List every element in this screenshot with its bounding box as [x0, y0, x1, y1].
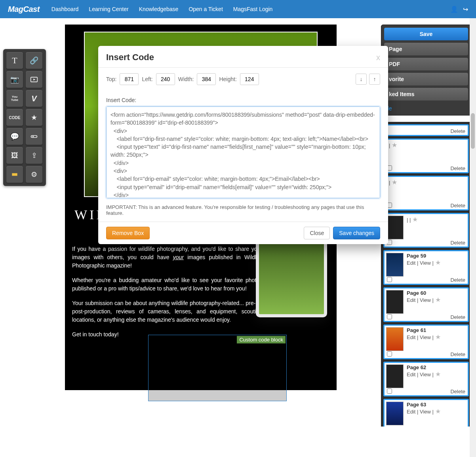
- star-icon[interactable]: ★: [435, 408, 441, 415]
- youtube-tool[interactable]: YouTube: [6, 90, 23, 107]
- page-card[interactable]: Page 63Edit | View | ★: [383, 399, 469, 427]
- video-tool[interactable]: [26, 71, 42, 88]
- left-input[interactable]: [156, 73, 175, 85]
- insert-code-modal: Insert Code x Top: Left: Width: Height: …: [98, 46, 388, 244]
- page-card[interactable]: Page 61Edit | View | ★Delete: [383, 324, 469, 359]
- page-scrollbar[interactable]: [470, 18, 476, 457]
- body-paragraph-3: Your submission can be about anything wi…: [72, 299, 262, 324]
- settings-tool[interactable]: ⚙: [26, 166, 42, 183]
- code-note: IMPORTANT: This is an advanced feature. …: [106, 204, 380, 216]
- remove-box-button[interactable]: Remove Box: [106, 227, 150, 239]
- page-title: Page 62: [407, 364, 466, 370]
- image-tool[interactable]: 📷: [6, 71, 23, 88]
- page-delete[interactable]: Delete: [450, 277, 465, 283]
- height-input[interactable]: [240, 73, 259, 85]
- vimeo-tool[interactable]: V: [26, 90, 42, 107]
- page-title: Page 60: [407, 290, 466, 296]
- left-label: Left:: [142, 76, 152, 82]
- page-checkbox[interactable]: [387, 314, 392, 319]
- page-edit[interactable]: Edit: [407, 409, 415, 415]
- page-delete[interactable]: Delete: [450, 203, 465, 209]
- scroll-thumb[interactable]: [471, 113, 475, 149]
- page-card[interactable]: Page 62Edit | View | ★Delete: [383, 362, 469, 396]
- custom-code-block[interactable]: Custom code block: [148, 335, 287, 401]
- page-delete[interactable]: Delete: [450, 240, 465, 246]
- user-icon[interactable]: 👤: [450, 6, 458, 13]
- star-icon[interactable]: ★: [392, 142, 397, 148]
- width-label: Width:: [178, 76, 194, 82]
- page-edit[interactable]: Edit: [407, 372, 415, 377]
- nav-magsfast-login[interactable]: MagsFast Login: [233, 6, 273, 12]
- page-delete[interactable]: Delete: [450, 389, 465, 394]
- page-delete[interactable]: Delete: [450, 165, 465, 171]
- page-card[interactable]: Delete: [383, 124, 469, 136]
- svg-point-2: [32, 136, 34, 137]
- page-view[interactable]: View: [420, 297, 431, 303]
- favorite-button[interactable]: vorite: [384, 73, 468, 85]
- modal-title: Insert Code: [106, 52, 154, 63]
- page-checkbox[interactable]: [387, 277, 392, 282]
- top-input[interactable]: [120, 73, 139, 85]
- page-card[interactable]: | | ★Delete: [383, 138, 469, 173]
- right-panel: Save Page PDF vorite ked Items de: [381, 25, 471, 116]
- send-back-button[interactable]: ↓: [356, 74, 367, 85]
- star-icon[interactable]: ★: [435, 296, 441, 303]
- nav-knowledgebase[interactable]: Knowledgebase: [139, 6, 179, 12]
- highlight-tool[interactable]: [6, 166, 23, 183]
- close-button[interactable]: Close: [304, 227, 330, 239]
- page-card[interactable]: | | ★Delete: [383, 213, 469, 248]
- page-edit[interactable]: Edit: [407, 334, 415, 340]
- page-thumbnail: [386, 290, 404, 314]
- pages-list[interactable]: Delete | | ★Delete | | ★Delete | | ★Dele…: [381, 122, 471, 427]
- nav-dashboard[interactable]: Dashboard: [51, 6, 79, 12]
- page-card[interactable]: Page 59Edit | View | ★Delete: [383, 250, 469, 285]
- star-icon[interactable]: ★: [392, 179, 397, 186]
- nav-learning-center[interactable]: Learning Center: [89, 6, 128, 12]
- export-tool[interactable]: ⇪: [26, 147, 42, 164]
- page-button[interactable]: Page: [384, 43, 468, 55]
- page-view[interactable]: View: [420, 260, 431, 266]
- page-delete[interactable]: Delete: [450, 128, 465, 134]
- modal-close-icon[interactable]: x: [376, 53, 380, 62]
- page-thumbnail: [386, 327, 404, 351]
- save-button[interactable]: Save: [384, 28, 468, 40]
- insert-code-label: Insert Code:: [106, 97, 380, 103]
- bring-front-button[interactable]: ↑: [369, 74, 380, 85]
- pdf-button[interactable]: PDF: [384, 58, 468, 70]
- code-tool[interactable]: CODE: [6, 109, 23, 126]
- gallery-tool[interactable]: 🖼: [6, 147, 23, 164]
- linked-items-button[interactable]: ked Items: [384, 88, 468, 101]
- page-checkbox[interactable]: [387, 389, 392, 394]
- star-icon[interactable]: ★: [435, 259, 441, 266]
- page-title: Page 61: [407, 327, 466, 333]
- nav-open-ticket[interactable]: Open a Ticket: [188, 6, 223, 12]
- star-icon[interactable]: ★: [412, 216, 418, 223]
- page-card[interactable]: Page 60Edit | View | ★Delete: [383, 287, 469, 322]
- save-changes-button[interactable]: Save changes: [333, 227, 380, 239]
- page-thumbnail: [386, 402, 404, 425]
- star-icon[interactable]: ★: [435, 334, 441, 340]
- page-view[interactable]: View: [420, 334, 431, 340]
- code-block-label: Custom code block: [237, 336, 286, 343]
- page-view[interactable]: View: [420, 409, 431, 415]
- panel-link[interactable]: de: [384, 103, 468, 112]
- width-input[interactable]: [197, 73, 216, 85]
- page-edit[interactable]: Edit: [407, 260, 415, 266]
- comment-tool[interactable]: 💬: [6, 128, 23, 145]
- text-tool[interactable]: T: [6, 52, 23, 69]
- page-card[interactable]: | | ★Delete: [383, 176, 469, 210]
- nav-links: Dashboard Learning Center Knowledgebase …: [51, 6, 273, 12]
- star-icon[interactable]: ★: [435, 371, 441, 377]
- favorite-tool[interactable]: ★: [26, 109, 42, 126]
- link-tool[interactable]: 🔗: [26, 52, 42, 69]
- page-edit[interactable]: Edit: [407, 297, 415, 303]
- page-view[interactable]: View: [420, 372, 431, 377]
- slider-tool[interactable]: [26, 128, 42, 145]
- code-textarea[interactable]: [106, 106, 380, 198]
- logout-icon[interactable]: ↪: [463, 6, 468, 13]
- svg-rect-3: [12, 173, 17, 176]
- page-title: Page 63: [407, 402, 466, 408]
- page-delete[interactable]: Delete: [450, 314, 465, 320]
- page-checkbox[interactable]: [387, 351, 392, 356]
- page-delete[interactable]: Delete: [450, 351, 465, 357]
